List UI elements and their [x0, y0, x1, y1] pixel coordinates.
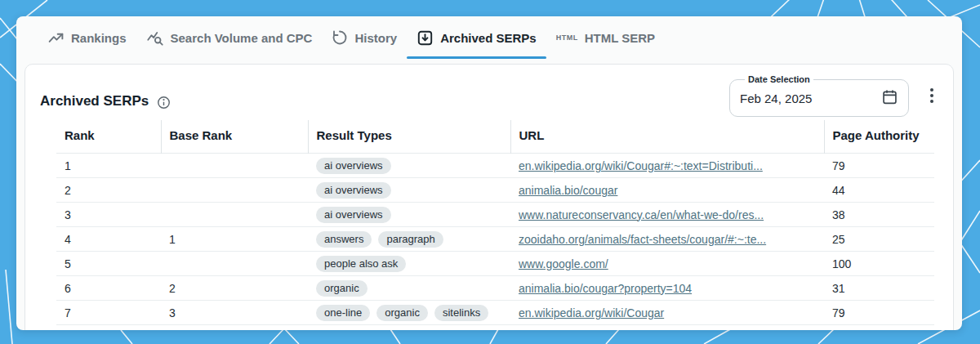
trend-up-icon [47, 29, 65, 47]
more-options-button[interactable] [927, 85, 937, 106]
url-cell: en.wikipedia.org/wiki/Cougar#:~:text=Dis… [510, 154, 824, 178]
page-authority-cell: 38 [824, 203, 934, 227]
result-type-pill: one-line [316, 305, 370, 321]
result-type-pill: ai overviews [316, 158, 391, 174]
result-url-link[interactable]: zooidaho.org/animals/fact-sheets/cougar/… [519, 233, 766, 246]
archive-download-icon [416, 29, 434, 47]
column-header-result-types: Result Types [308, 120, 510, 154]
rank-cell: 6 [56, 276, 161, 301]
table-row: 2ai overviewsanimalia.bio/cougar44 [56, 178, 934, 203]
tab-bar: RankingsSearch Volume and CPCHistoryArch… [16, 16, 962, 59]
rank-cell: 2 [56, 178, 161, 203]
base-rank-cell [161, 154, 308, 178]
column-header-rank: Rank [56, 120, 161, 154]
result-type-pill: people also ask [316, 256, 406, 272]
result-url-link[interactable]: en.wikipedia.org/wiki/Cougar#:~:text=Dis… [519, 159, 763, 172]
url-cell: animalia.bio/cougar?property=104 [510, 276, 824, 301]
base-rank-cell [161, 203, 308, 227]
result-types-cell: ai overviews [308, 154, 510, 178]
result-url-link[interactable]: www.google.com/ [519, 257, 608, 270]
history-icon [332, 29, 348, 46]
tab-history[interactable]: History [322, 16, 407, 59]
page-title: Archived SERPs [40, 93, 149, 109]
result-types-cell: ai overviews [308, 178, 510, 203]
page-authority-cell: 100 [824, 252, 934, 276]
page-authority-cell: 79 [824, 301, 934, 325]
result-types-cell: ai overviews [308, 203, 510, 227]
url-cell: www.natureconservancy.ca/en/what-we-do/r… [510, 203, 824, 227]
column-header-page-authority: Page Authority [824, 120, 934, 154]
result-types-cell: organic [308, 276, 510, 301]
tab-label: Search Volume and CPC [171, 31, 313, 45]
url-cell: zooidaho.org/animals/fact-sheets/cougar/… [510, 227, 824, 252]
main-panel: RankingsSearch Volume and CPCHistoryArch… [16, 16, 962, 330]
result-url-link[interactable]: animalia.bio/cougar [519, 184, 617, 197]
page-authority-cell: 31 [824, 276, 934, 301]
card-header: Archived SERPs Date Selection Feb 24, 20… [25, 65, 953, 118]
result-type-pill: sitelinks [434, 305, 488, 321]
url-cell: en.wikipedia.org/wiki/Cougar [510, 301, 824, 325]
archived-serps-card: Archived SERPs Date Selection Feb 24, 20… [24, 64, 954, 330]
result-url-link[interactable]: animalia.bio/cougar?property=104 [519, 282, 692, 295]
tab-label: Archived SERPs [440, 31, 537, 45]
table-row: 73one-lineorganicsitelinksen.wikipedia.o… [56, 301, 934, 325]
chart-search-icon [146, 29, 164, 47]
rank-cell: 3 [56, 203, 161, 227]
rank-cell: 1 [56, 154, 161, 178]
tab-search-volume-and-cpc[interactable]: Search Volume and CPC [136, 16, 323, 59]
base-rank-cell: 2 [161, 276, 308, 301]
column-header-url: URL [510, 120, 824, 154]
tab-label: Rankings [71, 31, 127, 45]
date-selection-value: Feb 24, 2025 [740, 92, 812, 105]
tab-label: History [354, 31, 397, 45]
rank-cell: 5 [56, 252, 161, 276]
table-row: 1ai overviewsen.wikipedia.org/wiki/Couga… [56, 154, 934, 178]
url-cell: www.google.com/ [510, 252, 824, 276]
tab-rankings[interactable]: Rankings [38, 16, 136, 59]
table-row: 62organicanimalia.bio/cougar?property=10… [56, 276, 934, 301]
result-url-link[interactable]: en.wikipedia.org/wiki/Cougar [519, 306, 664, 319]
table-row: 5people also askwww.google.com/100 [56, 252, 934, 276]
table-row: 3ai overviewswww.natureconservancy.ca/en… [56, 203, 934, 227]
results-table: RankBase RankResult TypesURLPage Authori… [56, 120, 934, 325]
url-cell: animalia.bio/cougar [510, 178, 824, 203]
result-url-link[interactable]: www.natureconservancy.ca/en/what-we-do/r… [519, 208, 764, 221]
result-type-pill: organic [376, 305, 428, 321]
page-authority-cell: 44 [824, 178, 934, 203]
page-authority-cell: 79 [824, 154, 934, 178]
base-rank-cell [161, 252, 308, 276]
base-rank-cell [161, 178, 308, 203]
date-selection-label: Date Selection [745, 74, 813, 84]
base-rank-cell: 1 [161, 227, 308, 252]
calendar-icon[interactable] [881, 88, 898, 109]
tab-html-serp[interactable]: HTMLHTML SERP [546, 16, 665, 59]
rank-cell: 7 [56, 301, 161, 325]
result-types-cell: one-lineorganicsitelinks [308, 301, 510, 325]
table-row: 41answersparagraphzooidaho.org/animals/f… [56, 227, 934, 252]
base-rank-cell: 3 [161, 301, 308, 325]
date-selection-field[interactable]: Date Selection Feb 24, 2025 [729, 74, 909, 117]
result-type-pill: answers [316, 231, 372, 248]
result-types-cell: people also ask [308, 252, 510, 276]
html-icon: HTML [556, 34, 578, 42]
result-types-cell: answersparagraph [308, 227, 510, 252]
result-type-pill: ai overviews [316, 182, 391, 199]
result-type-pill: paragraph [378, 231, 443, 248]
rank-cell: 4 [56, 227, 161, 252]
tab-label: HTML SERP [585, 31, 655, 45]
page-authority-cell: 25 [824, 227, 934, 252]
info-icon[interactable] [157, 96, 171, 109]
result-type-pill: ai overviews [316, 207, 391, 223]
column-header-base-rank: Base Rank [161, 120, 308, 154]
result-type-pill: organic [316, 280, 368, 297]
tab-archived-serps[interactable]: Archived SERPs [407, 16, 546, 59]
